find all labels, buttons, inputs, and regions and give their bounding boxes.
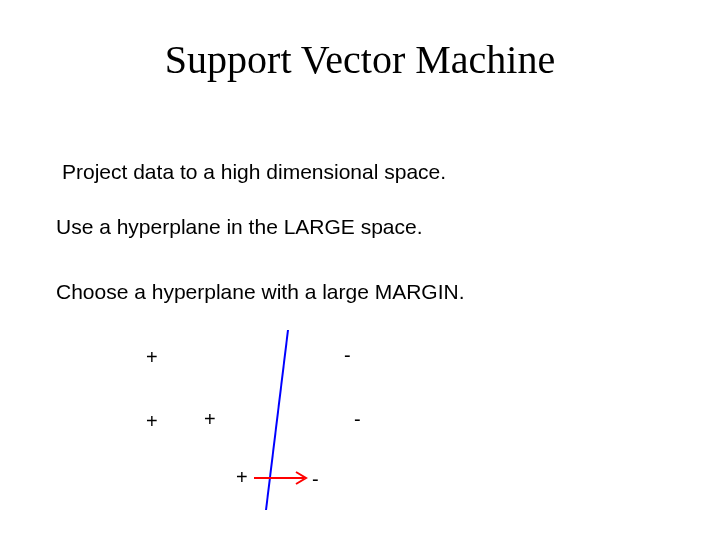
slide-title: Support Vector Machine bbox=[0, 36, 720, 83]
margin-arrow bbox=[254, 472, 306, 484]
hyperplane-line bbox=[266, 330, 288, 510]
slide: Support Vector Machine Project data to a… bbox=[0, 0, 720, 540]
bullet-project-data: Project data to a high dimensional space… bbox=[62, 160, 446, 184]
minus-symbol: - bbox=[354, 408, 361, 431]
diagram-svg bbox=[56, 320, 476, 520]
plus-symbol: + bbox=[146, 410, 158, 433]
plus-symbol: + bbox=[236, 466, 248, 489]
svm-diagram: + + + + - - - bbox=[56, 320, 476, 520]
plus-symbol: + bbox=[204, 408, 216, 431]
minus-symbol: - bbox=[344, 344, 351, 367]
bullet-choose-margin: Choose a hyperplane with a large MARGIN. bbox=[56, 280, 465, 304]
bullet-use-hyperplane: Use a hyperplane in the LARGE space. bbox=[56, 215, 423, 239]
minus-symbol: - bbox=[312, 468, 319, 491]
plus-symbol: + bbox=[146, 346, 158, 369]
